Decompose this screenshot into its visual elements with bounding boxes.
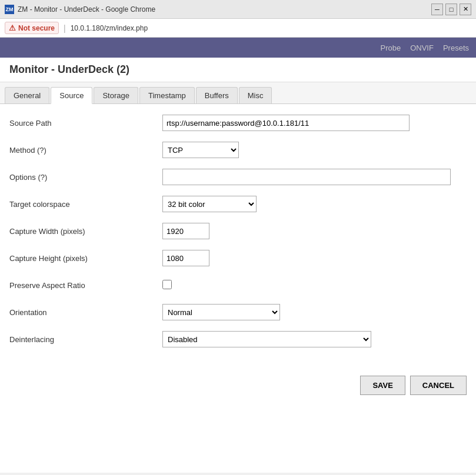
not-secure-badge: ⚠ Not secure xyxy=(5,22,59,34)
app-logo: ZM xyxy=(5,5,14,14)
capture-width-input[interactable] xyxy=(162,223,209,239)
capture-width-control xyxy=(162,223,467,239)
tab-timestamp[interactable]: Timestamp xyxy=(139,87,195,103)
address-url: 10.0.1.180/zm/index.php xyxy=(71,24,148,32)
capture-height-row: Capture Height (pixels) xyxy=(9,249,467,267)
tab-bar: General Source Storage Timestamp Buffers… xyxy=(0,82,476,104)
address-bar: ⚠ Not secure | 10.0.1.180/zm/index.php xyxy=(0,19,476,38)
tab-general[interactable]: General xyxy=(5,87,49,103)
options-label: Options (?) xyxy=(9,173,162,182)
window-title: ZM - Monitor - UnderDeck - Google Chrome xyxy=(18,5,155,14)
top-nav: Probe ONVIF Presets xyxy=(0,38,476,58)
options-input[interactable] xyxy=(162,169,451,185)
method-row: Method (?) TCP UDP HTTP xyxy=(9,141,467,159)
orientation-label: Orientation xyxy=(9,308,162,317)
options-row: Options (?) xyxy=(9,168,467,186)
page-header: Monitor - UnderDeck (2) xyxy=(0,58,476,82)
title-bar-left: ZM ZM - Monitor - UnderDeck - Google Chr… xyxy=(5,5,155,14)
aspect-ratio-control xyxy=(162,280,467,291)
capture-height-label: Capture Height (pixels) xyxy=(9,254,162,263)
title-bar: ZM ZM - Monitor - UnderDeck - Google Chr… xyxy=(0,0,476,19)
source-path-input[interactable] xyxy=(162,115,410,131)
warning-icon: ⚠ xyxy=(9,24,16,32)
orientation-row: Orientation Normal Rotate Right Rotate L… xyxy=(9,303,467,322)
tab-source[interactable]: Source xyxy=(51,87,92,104)
deinterlacing-label: Deinterlacing xyxy=(9,335,162,344)
method-label: Method (?) xyxy=(9,146,162,155)
tab-buffers[interactable]: Buffers xyxy=(196,87,238,103)
orientation-select[interactable]: Normal Rotate Right Rotate Left Flip Hor… xyxy=(162,304,280,320)
page-title: Monitor - UnderDeck (2) xyxy=(9,63,467,76)
method-select[interactable]: TCP UDP HTTP xyxy=(162,142,239,158)
orientation-control: Normal Rotate Right Rotate Left Flip Hor… xyxy=(162,304,467,320)
aspect-ratio-checkbox[interactable] xyxy=(162,280,172,289)
capture-height-input[interactable] xyxy=(162,250,209,266)
tab-misc[interactable]: Misc xyxy=(239,87,272,103)
deinterlacing-row: Deinterlacing Disabled Enabled (Odd) Ena… xyxy=(9,330,467,349)
minimize-button[interactable]: ─ xyxy=(431,4,443,15)
capture-width-label: Capture Width (pixels) xyxy=(9,227,162,236)
main-content: General Source Storage Timestamp Buffers… xyxy=(0,82,476,473)
deinterlacing-select[interactable]: Disabled Enabled (Odd) Enabled (Even) En… xyxy=(162,331,371,347)
address-divider: | xyxy=(64,24,66,33)
nav-presets[interactable]: Presets xyxy=(443,44,469,52)
nav-onvif[interactable]: ONVIF xyxy=(410,44,434,52)
source-path-row: Source Path xyxy=(9,113,467,132)
source-path-control xyxy=(162,115,467,131)
capture-width-row: Capture Width (pixels) xyxy=(9,222,467,240)
aspect-ratio-row: Preserve Aspect Ratio xyxy=(9,276,467,295)
close-button[interactable]: ✕ xyxy=(460,4,471,15)
colorspace-row: Target colorspace 32 bit color 24 bit co… xyxy=(9,195,467,213)
colorspace-select[interactable]: 32 bit color 24 bit color 8 bit greyscal… xyxy=(162,196,257,212)
title-bar-controls: ─ □ ✕ xyxy=(431,4,471,15)
form-body: Source Path Method (?) TCP UDP HTTP Opti… xyxy=(0,104,476,366)
nav-probe[interactable]: Probe xyxy=(380,44,401,52)
colorspace-control: 32 bit color 24 bit color 8 bit greyscal… xyxy=(162,196,467,212)
deinterlacing-control: Disabled Enabled (Odd) Enabled (Even) En… xyxy=(162,331,467,347)
source-path-label: Source Path xyxy=(9,119,162,128)
form-actions: SAVE CANCEL xyxy=(0,366,476,395)
tab-storage[interactable]: Storage xyxy=(94,87,138,103)
colorspace-label: Target colorspace xyxy=(9,200,162,209)
method-control: TCP UDP HTTP xyxy=(162,142,467,158)
capture-height-control xyxy=(162,250,467,266)
cancel-button[interactable]: CANCEL xyxy=(410,376,467,395)
aspect-ratio-label: Preserve Aspect Ratio xyxy=(9,281,162,290)
save-button[interactable]: SAVE xyxy=(360,376,405,395)
maximize-button[interactable]: □ xyxy=(445,4,457,15)
options-control xyxy=(162,169,467,185)
